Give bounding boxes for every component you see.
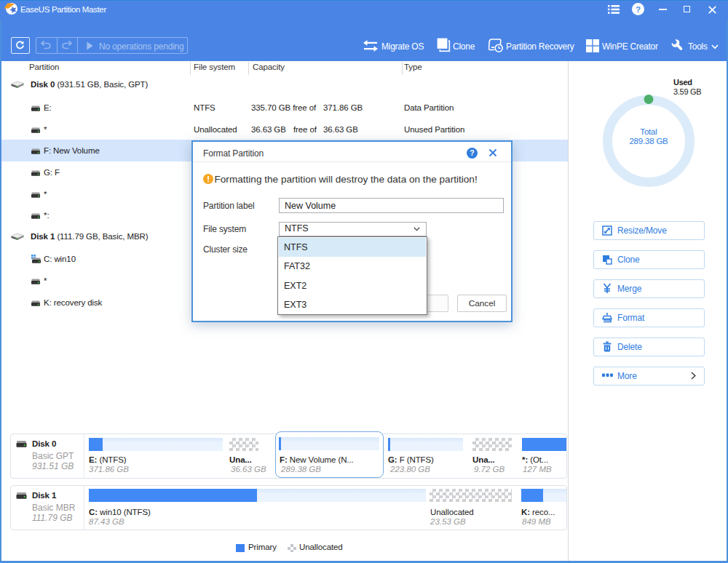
svg-text:?: ? (636, 5, 641, 14)
svg-text:?: ? (470, 148, 474, 157)
